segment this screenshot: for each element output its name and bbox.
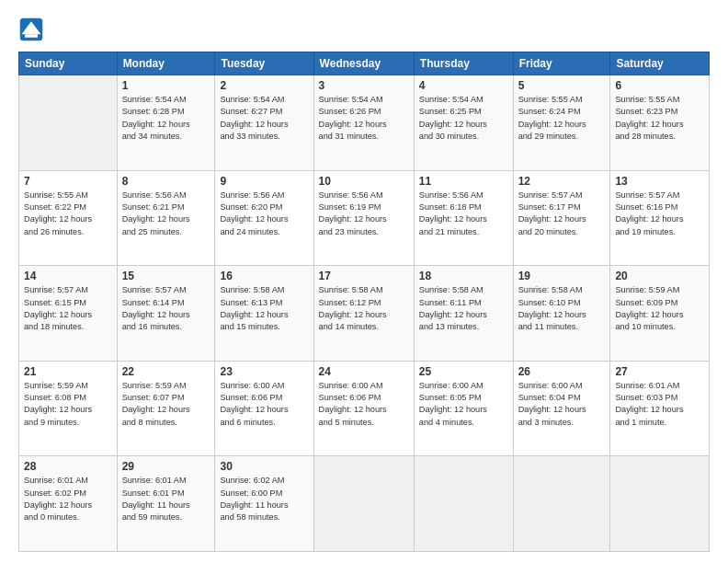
calendar-cell: 13Sunrise: 5:57 AMSunset: 6:16 PMDayligh… [610,170,710,266]
calendar-header-saturday: Saturday [610,52,710,75]
calendar-cell: 9Sunrise: 5:56 AMSunset: 6:20 PMDaylight… [215,170,313,266]
logo-icon [18,17,44,42]
day-number: 15 [122,270,210,282]
calendar-header-friday: Friday [513,52,610,75]
day-info: Sunrise: 5:55 AMSunset: 6:24 PMDaylight:… [518,94,606,143]
calendar-cell [414,456,513,552]
calendar-cell: 6Sunrise: 5:55 AMSunset: 6:23 PMDaylight… [610,75,710,171]
calendar-cell: 20Sunrise: 5:59 AMSunset: 6:09 PMDayligh… [610,266,710,362]
calendar-header-tuesday: Tuesday [215,52,313,75]
day-number: 23 [220,365,308,378]
calendar-cell: 16Sunrise: 5:58 AMSunset: 6:13 PMDayligh… [215,266,313,362]
day-number: 9 [220,175,308,188]
day-info: Sunrise: 6:01 AMSunset: 6:01 PMDaylight:… [122,475,210,523]
calendar-cell: 12Sunrise: 5:57 AMSunset: 6:17 PMDayligh… [513,170,610,266]
calendar-header-wednesday: Wednesday [313,52,414,75]
day-info: Sunrise: 5:58 AMSunset: 6:11 PMDaylight:… [419,284,508,333]
calendar-cell: 25Sunrise: 6:00 AMSunset: 6:05 PMDayligh… [414,361,513,456]
svg-rect-2 [25,34,38,38]
day-info: Sunrise: 5:56 AMSunset: 6:20 PMDaylight:… [220,190,308,238]
calendar-cell: 17Sunrise: 5:58 AMSunset: 6:12 PMDayligh… [313,266,414,362]
calendar-cell: 18Sunrise: 5:58 AMSunset: 6:11 PMDayligh… [414,266,513,362]
day-number: 2 [220,79,308,92]
day-number: 13 [615,175,704,188]
day-info: Sunrise: 5:58 AMSunset: 6:13 PMDaylight:… [220,284,308,333]
page: SundayMondayTuesdayWednesdayThursdayFrid… [0,0,728,563]
day-info: Sunrise: 6:00 AMSunset: 6:06 PMDaylight:… [319,380,409,429]
day-info: Sunrise: 5:55 AMSunset: 6:23 PMDaylight:… [615,94,704,143]
header [18,17,710,42]
day-number: 14 [24,270,112,282]
calendar-cell: 28Sunrise: 6:01 AMSunset: 6:02 PMDayligh… [19,456,118,552]
day-info: Sunrise: 6:01 AMSunset: 6:03 PMDaylight:… [615,380,704,429]
calendar-cell: 2Sunrise: 5:54 AMSunset: 6:27 PMDaylight… [215,75,313,171]
day-number: 1 [122,79,210,92]
calendar-cell [313,456,414,552]
calendar-cell [513,456,610,552]
day-info: Sunrise: 5:54 AMSunset: 6:25 PMDaylight:… [419,94,508,143]
calendar-cell: 14Sunrise: 5:57 AMSunset: 6:15 PMDayligh… [19,266,118,362]
day-info: Sunrise: 5:54 AMSunset: 6:27 PMDaylight:… [220,94,308,143]
day-info: Sunrise: 6:02 AMSunset: 6:00 PMDaylight:… [220,475,308,523]
day-info: Sunrise: 6:00 AMSunset: 6:05 PMDaylight:… [419,380,508,429]
day-info: Sunrise: 5:58 AMSunset: 6:12 PMDaylight:… [319,284,409,333]
calendar-table: SundayMondayTuesdayWednesdayThursdayFrid… [18,52,710,552]
calendar-cell: 26Sunrise: 6:00 AMSunset: 6:04 PMDayligh… [513,361,610,456]
calendar-cell: 21Sunrise: 5:59 AMSunset: 6:08 PMDayligh… [19,361,118,456]
day-number: 6 [615,79,704,92]
calendar-cell: 5Sunrise: 5:55 AMSunset: 6:24 PMDaylight… [513,75,610,171]
calendar-cell: 10Sunrise: 5:56 AMSunset: 6:19 PMDayligh… [313,170,414,266]
day-info: Sunrise: 5:55 AMSunset: 6:22 PMDaylight:… [24,190,112,238]
day-number: 29 [122,460,210,473]
day-number: 21 [24,365,112,378]
calendar-cell: 7Sunrise: 5:55 AMSunset: 6:22 PMDaylight… [19,170,118,266]
calendar-week-0: 1Sunrise: 5:54 AMSunset: 6:28 PMDaylight… [19,75,710,171]
calendar-cell: 24Sunrise: 6:00 AMSunset: 6:06 PMDayligh… [313,361,414,456]
calendar-week-2: 14Sunrise: 5:57 AMSunset: 6:15 PMDayligh… [19,266,710,362]
calendar-cell: 15Sunrise: 5:57 AMSunset: 6:14 PMDayligh… [117,266,215,362]
day-number: 12 [518,175,606,188]
logo [18,17,46,42]
day-number: 3 [319,79,409,92]
day-number: 25 [419,365,508,378]
day-number: 19 [518,270,606,282]
day-info: Sunrise: 5:56 AMSunset: 6:19 PMDaylight:… [319,190,409,238]
calendar-header-row: SundayMondayTuesdayWednesdayThursdayFrid… [19,52,710,75]
day-number: 8 [122,175,210,188]
day-info: Sunrise: 5:57 AMSunset: 6:14 PMDaylight:… [122,284,210,333]
calendar-cell: 29Sunrise: 6:01 AMSunset: 6:01 PMDayligh… [117,456,215,552]
day-info: Sunrise: 5:56 AMSunset: 6:21 PMDaylight:… [122,190,210,238]
day-info: Sunrise: 5:57 AMSunset: 6:16 PMDaylight:… [615,190,704,238]
calendar-cell: 27Sunrise: 6:01 AMSunset: 6:03 PMDayligh… [610,361,710,456]
day-number: 22 [122,365,210,378]
day-number: 20 [615,270,704,282]
day-info: Sunrise: 5:59 AMSunset: 6:07 PMDaylight:… [122,380,210,429]
day-info: Sunrise: 6:00 AMSunset: 6:04 PMDaylight:… [518,380,606,429]
calendar-week-1: 7Sunrise: 5:55 AMSunset: 6:22 PMDaylight… [19,170,710,266]
day-info: Sunrise: 5:59 AMSunset: 6:09 PMDaylight:… [615,284,704,333]
day-number: 7 [24,175,112,188]
day-number: 11 [419,175,508,188]
day-number: 5 [518,79,606,92]
calendar-cell: 19Sunrise: 5:58 AMSunset: 6:10 PMDayligh… [513,266,610,362]
calendar-cell: 30Sunrise: 6:02 AMSunset: 6:00 PMDayligh… [215,456,313,552]
day-info: Sunrise: 5:57 AMSunset: 6:17 PMDaylight:… [518,190,606,238]
calendar-cell [610,456,710,552]
calendar-cell: 3Sunrise: 5:54 AMSunset: 6:26 PMDaylight… [313,75,414,171]
day-info: Sunrise: 5:59 AMSunset: 6:08 PMDaylight:… [24,380,112,429]
day-info: Sunrise: 5:58 AMSunset: 6:10 PMDaylight:… [518,284,606,333]
calendar-week-4: 28Sunrise: 6:01 AMSunset: 6:02 PMDayligh… [19,456,710,552]
calendar-cell [19,75,118,171]
day-info: Sunrise: 5:56 AMSunset: 6:18 PMDaylight:… [419,190,508,238]
calendar-cell: 11Sunrise: 5:56 AMSunset: 6:18 PMDayligh… [414,170,513,266]
day-number: 10 [319,175,409,188]
day-number: 4 [419,79,508,92]
day-number: 26 [518,365,606,378]
calendar-cell: 23Sunrise: 6:00 AMSunset: 6:06 PMDayligh… [215,361,313,456]
day-number: 27 [615,365,704,378]
day-info: Sunrise: 6:00 AMSunset: 6:06 PMDaylight:… [220,380,308,429]
calendar-cell: 1Sunrise: 5:54 AMSunset: 6:28 PMDaylight… [117,75,215,171]
calendar-header-monday: Monday [117,52,215,75]
day-info: Sunrise: 6:01 AMSunset: 6:02 PMDaylight:… [24,475,112,523]
calendar-cell: 22Sunrise: 5:59 AMSunset: 6:07 PMDayligh… [117,361,215,456]
